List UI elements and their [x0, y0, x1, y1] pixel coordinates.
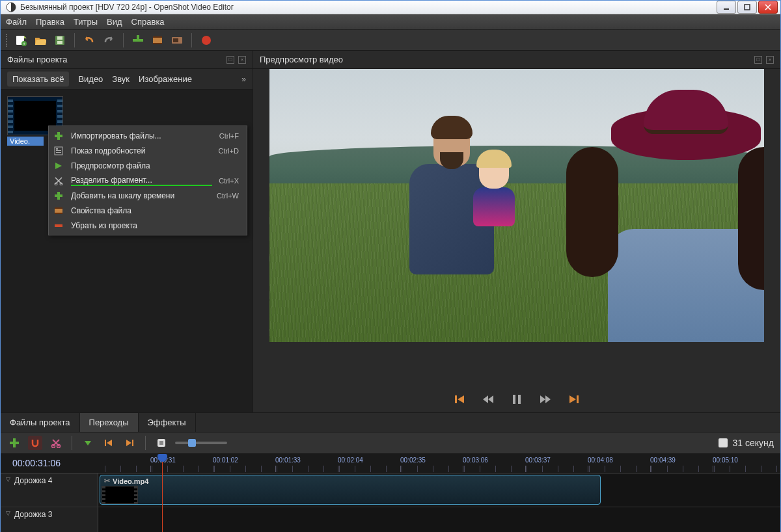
files-panel-title: Файлы проекта — [7, 55, 68, 64]
maximize-button[interactable] — [737, 1, 757, 14]
ctx-details[interactable]: Показ подробностей Ctrl+D — [49, 143, 247, 158]
open-project-icon[interactable] — [33, 33, 48, 47]
svg-rect-22 — [513, 395, 515, 404]
svg-rect-38 — [159, 441, 163, 445]
ruler-tick: 00:03:37 — [525, 457, 551, 464]
ctx-properties[interactable]: Свойства файла — [49, 203, 247, 218]
scissors-icon — [54, 176, 64, 185]
svg-marker-32 — [85, 441, 91, 446]
redo-icon[interactable] — [102, 33, 116, 47]
preview-panel: Предпросмотр видео □× — [253, 51, 780, 412]
filter-show-all[interactable]: Показать всё — [7, 72, 69, 86]
export-icon[interactable] — [199, 33, 213, 47]
filter-tabs: Показать всё Видео Звук Изображение » — [1, 69, 253, 90]
tab-files[interactable]: Файлы проекта — [1, 413, 80, 432]
menu-file[interactable]: Файл — [6, 17, 27, 27]
tab-transitions[interactable]: Переходы — [80, 413, 139, 432]
minus-icon — [54, 221, 64, 230]
svg-text:+: + — [23, 41, 26, 46]
menu-titles[interactable]: Титры — [74, 17, 98, 27]
titlebar[interactable]: Безымянный проект [HDV 720 24p] - OpenSh… — [1, 1, 780, 14]
zoom-slider[interactable] — [175, 442, 227, 444]
import-icon[interactable] — [131, 33, 145, 47]
menu-edit[interactable]: Правка — [36, 17, 64, 27]
svg-rect-14 — [153, 43, 162, 44]
playhead[interactable] — [162, 454, 163, 532]
plus-icon — [54, 131, 64, 140]
svg-rect-1 — [724, 8, 729, 10]
video-preview[interactable] — [269, 69, 764, 342]
add-track-icon[interactable] — [7, 436, 21, 450]
svg-rect-49 — [55, 194, 62, 197]
svg-rect-16 — [173, 38, 178, 42]
ctx-preview[interactable]: Предпросмотр файла — [49, 158, 247, 173]
svg-marker-21 — [488, 395, 493, 403]
file-label[interactable]: Video. — [7, 137, 44, 146]
filter-video[interactable]: Видео — [78, 74, 103, 84]
marker-dropdown-icon[interactable] — [81, 436, 95, 450]
svg-rect-2 — [745, 5, 750, 10]
ruler[interactable]: 00:00:31:06 00:00:31 00:01:02 00:01:33 0… — [1, 454, 780, 473]
close-button[interactable] — [758, 1, 778, 14]
rewind-icon[interactable] — [480, 392, 496, 407]
filter-more-icon[interactable]: » — [241, 75, 246, 84]
ruler-tick: 00:02:35 — [400, 457, 426, 464]
pause-icon[interactable] — [509, 392, 525, 407]
track-header[interactable]: ▽Дорожка 4 — [1, 473, 98, 507]
svg-rect-44 — [56, 152, 61, 153]
save-project-icon[interactable] — [53, 33, 67, 47]
prev-marker-icon[interactable] — [102, 436, 116, 450]
svg-rect-40 — [55, 135, 62, 137]
center-playhead-icon[interactable] — [154, 436, 169, 450]
jump-start-icon[interactable] — [452, 392, 467, 407]
track-label: Дорожка 3 — [14, 510, 52, 519]
svg-rect-23 — [518, 395, 521, 404]
filmstrip-icon — [54, 206, 64, 215]
undock-preview-icon[interactable]: □ — [754, 56, 762, 64]
clip[interactable]: ✂Video.mp4 — [100, 475, 601, 505]
track-4: ▽Дорожка 4 ✂Video.mp4 — [1, 473, 780, 507]
forward-icon[interactable] — [538, 392, 553, 407]
svg-rect-42 — [56, 148, 58, 150]
track-label: Дорожка 4 — [14, 476, 52, 485]
new-project-icon[interactable]: + — [14, 33, 28, 47]
toolbar-grip[interactable] — [6, 34, 8, 47]
filter-audio[interactable]: Звук — [112, 74, 130, 84]
filter-image[interactable]: Изображение — [139, 74, 192, 84]
profile-icon[interactable] — [170, 33, 184, 47]
minimize-button[interactable] — [717, 1, 736, 14]
menu-view[interactable]: Вид — [107, 17, 122, 27]
ctx-import[interactable]: Импортировать файлы... Ctrl+F — [49, 128, 247, 143]
svg-marker-4 — [24, 36, 27, 38]
duration-icon — [719, 438, 728, 447]
filmstrip-icon[interactable] — [150, 33, 165, 47]
ctx-add-timeline[interactable]: Добавить на шкалу времени Ctrl+W — [49, 188, 247, 203]
ctx-split[interactable]: Разделить фрагмент... Ctrl+X — [49, 173, 247, 188]
ruler-tick: 00:01:33 — [275, 457, 301, 464]
undo-icon[interactable] — [82, 33, 96, 47]
svg-marker-45 — [55, 163, 62, 169]
svg-point-17 — [202, 36, 211, 45]
play-icon — [54, 161, 64, 170]
razor-icon[interactable] — [49, 436, 63, 450]
ctx-remove[interactable]: Убрать из проекта — [49, 218, 247, 233]
undock-icon[interactable]: □ — [226, 56, 234, 64]
close-panel-icon[interactable]: × — [238, 56, 246, 64]
next-marker-icon[interactable] — [122, 436, 137, 450]
track-header[interactable]: ▽Дорожка 3 — [1, 507, 98, 532]
main-toolbar: + — [1, 30, 780, 51]
svg-rect-43 — [56, 150, 61, 151]
duration-label: 31 секунд — [733, 438, 774, 448]
bottom-tabs: Файлы проекта Переходы Эффекты — [1, 412, 780, 432]
ruler-tick: 00:04:39 — [650, 457, 676, 464]
timeline[interactable]: 00:00:31:06 00:00:31 00:01:02 00:01:33 0… — [1, 454, 780, 532]
jump-end-icon[interactable] — [566, 392, 582, 407]
close-preview-icon[interactable]: × — [766, 56, 774, 64]
menubar: Файл Правка Титры Вид Справка — [1, 14, 780, 30]
context-menu: Импортировать файлы... Ctrl+F Показ подр… — [48, 126, 247, 235]
snap-icon[interactable] — [28, 436, 42, 450]
menu-help[interactable]: Справка — [131, 17, 165, 27]
ruler-tick: 00:01:02 — [213, 457, 238, 464]
duration-display: 31 секунд — [719, 438, 774, 448]
tab-effects[interactable]: Эффекты — [139, 413, 196, 432]
